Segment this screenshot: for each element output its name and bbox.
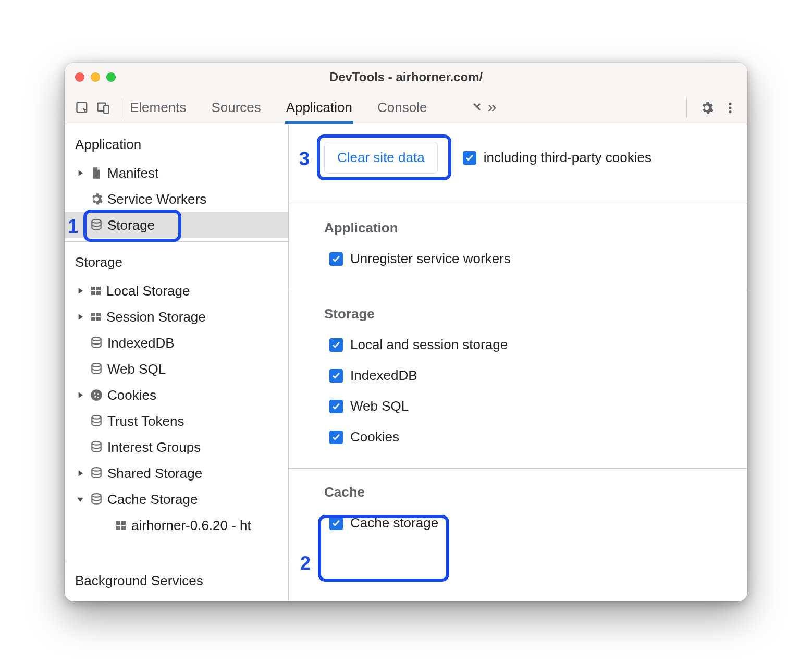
expander-icon[interactable] [75, 312, 85, 322]
checkbox-label: Cookies [350, 429, 399, 445]
svg-point-4 [729, 106, 731, 109]
expander-icon[interactable] [75, 468, 85, 478]
checkmark-icon [329, 400, 343, 413]
svg-rect-11 [91, 313, 95, 316]
sidebar-item-cache-entry[interactable]: airhorner-0.6.20 - ht [65, 512, 288, 538]
svg-rect-2 [104, 105, 108, 113]
sidebar-item-indexeddb[interactable]: IndexedDB [65, 330, 288, 356]
device-toggle-icon[interactable] [96, 101, 110, 115]
svg-point-3 [729, 102, 731, 105]
expander-down-icon[interactable] [75, 494, 85, 505]
checkbox-label: IndexedDB [350, 367, 417, 384]
devtools-tabs-bar: Elements Sources Application Console » [65, 92, 747, 124]
svg-rect-9 [91, 291, 95, 295]
svg-rect-14 [96, 317, 101, 321]
sidebar-item-label: Cookies [107, 387, 156, 403]
table-icon [90, 285, 102, 297]
sidebar-item-label: Shared Storage [107, 465, 202, 482]
checkmark-icon [329, 338, 343, 352]
svg-point-18 [94, 392, 95, 394]
table-icon [115, 519, 127, 532]
sidebar-item-label: Service Workers [107, 191, 206, 207]
svg-point-5 [729, 110, 731, 113]
svg-rect-8 [96, 287, 101, 290]
sidebar-item-label: Cache Storage [107, 491, 198, 508]
sidebar-item-cache-storage[interactable]: Cache Storage [65, 486, 288, 512]
svg-point-17 [91, 389, 102, 401]
sidebar-item-label: airhorner-0.6.20 - ht [131, 518, 251, 534]
database-icon [90, 362, 103, 376]
sidebar-item-shared-storage[interactable]: Shared Storage [65, 460, 288, 486]
checkmark-icon [329, 431, 343, 444]
checkbox-label: including third-party cookies [484, 150, 651, 166]
checkbox-cookies[interactable]: Cookies [289, 422, 747, 452]
group-title-storage: Storage [289, 290, 747, 329]
sidebar-item-session-storage[interactable]: Session Storage [65, 304, 288, 330]
svg-rect-13 [91, 317, 95, 321]
svg-rect-29 [121, 526, 126, 530]
expander-icon[interactable] [75, 286, 85, 296]
svg-point-20 [94, 396, 96, 398]
sidebar-section-application: Application [65, 124, 288, 160]
checkbox-label: Web SQL [350, 398, 409, 414]
svg-point-24 [92, 468, 101, 471]
devtools-window: DevTools - airhorner.com/ [65, 63, 747, 601]
sidebar-item-websql[interactable]: Web SQL [65, 356, 288, 382]
sidebar-item-interest-groups[interactable]: Interest Groups [65, 434, 288, 460]
kebab-menu-icon[interactable] [723, 101, 737, 115]
tab-console[interactable]: Console [377, 92, 427, 123]
tab-sources[interactable]: Sources [211, 92, 261, 123]
svg-point-6 [92, 219, 101, 223]
sidebar-item-manifest[interactable]: Manifest [65, 160, 288, 186]
more-tabs-button[interactable]: » [471, 99, 496, 117]
sidebar-item-label: IndexedDB [107, 335, 175, 351]
file-icon [90, 166, 103, 180]
svg-rect-27 [121, 521, 126, 525]
svg-rect-12 [96, 313, 101, 316]
checkbox-third-party-cookies[interactable]: including third-party cookies [463, 150, 651, 166]
checkbox-unregister-service-workers[interactable]: Unregister service workers [289, 243, 747, 274]
svg-rect-26 [116, 521, 120, 525]
tab-application[interactable]: Application [286, 92, 352, 123]
sidebar-section-background: Background Services [65, 560, 288, 601]
group-title-application: Application [289, 204, 747, 243]
checkmark-icon [329, 369, 343, 383]
sidebar-item-label: Web SQL [107, 361, 166, 377]
tabs-separator [121, 98, 121, 118]
inspect-icon[interactable] [75, 101, 90, 115]
checkbox-label: Local and session storage [350, 337, 508, 353]
checkbox-label: Cache storage [350, 515, 438, 531]
window-title: DevTools - airhorner.com/ [65, 70, 747, 84]
expander-icon[interactable] [75, 390, 85, 400]
sidebar-item-trust-tokens[interactable]: Trust Tokens [65, 408, 288, 434]
storage-panel: Clear site data including third-party co… [289, 124, 747, 601]
checkbox-indexeddb[interactable]: IndexedDB [289, 360, 747, 391]
sidebar-item-label: Session Storage [106, 309, 206, 325]
sidebar-item-service-workers[interactable]: Service Workers [65, 186, 288, 212]
sidebar-item-storage[interactable]: Storage [65, 212, 288, 238]
svg-point-15 [92, 337, 101, 341]
sidebar-item-label: Manifest [107, 165, 158, 181]
expander-icon[interactable] [75, 168, 85, 178]
checkmark-icon [329, 252, 343, 266]
checkbox-label: Unregister service workers [350, 251, 511, 267]
svg-point-23 [92, 441, 101, 445]
checkbox-websql[interactable]: Web SQL [289, 391, 747, 422]
sidebar-section-storage: Storage [65, 242, 288, 278]
settings-gear-icon[interactable] [699, 101, 714, 115]
database-icon [90, 336, 103, 350]
table-icon [90, 311, 102, 323]
database-icon [90, 466, 103, 480]
checkbox-local-session-storage[interactable]: Local and session storage [289, 329, 747, 360]
sidebar-item-label: Trust Tokens [107, 413, 184, 429]
cookie-icon [90, 388, 103, 402]
sidebar-item-local-storage[interactable]: Local Storage [65, 278, 288, 304]
svg-point-22 [92, 415, 101, 419]
sidebar-item-cookies[interactable]: Cookies [65, 382, 288, 408]
checkbox-cache-storage[interactable]: Cache storage [289, 508, 747, 538]
svg-point-25 [92, 494, 101, 497]
group-title-cache: Cache [289, 469, 747, 508]
clear-site-data-button[interactable]: Clear site data [324, 142, 438, 174]
tab-elements[interactable]: Elements [130, 92, 186, 123]
gear-icon [90, 192, 103, 206]
